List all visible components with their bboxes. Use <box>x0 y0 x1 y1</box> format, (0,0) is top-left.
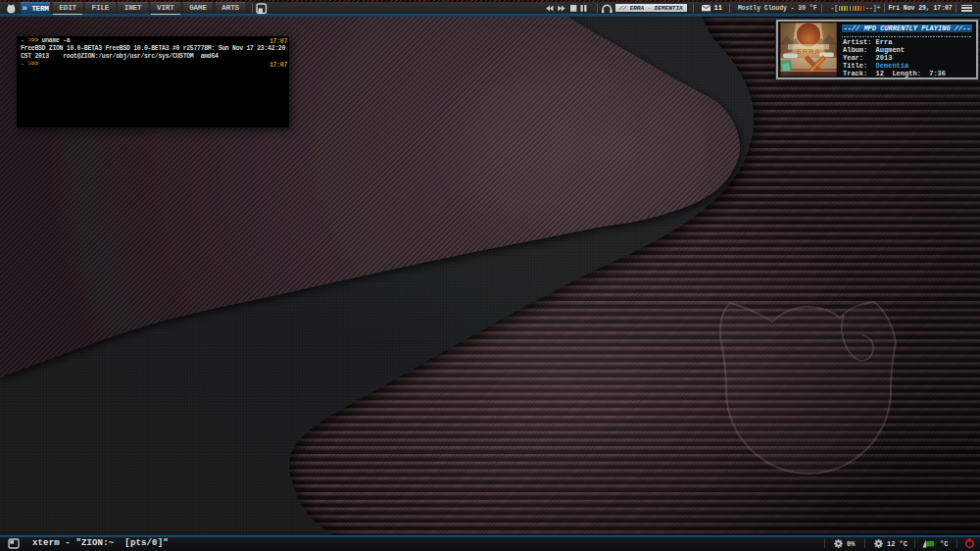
svg-text:ERRA: ERRA <box>797 47 821 56</box>
